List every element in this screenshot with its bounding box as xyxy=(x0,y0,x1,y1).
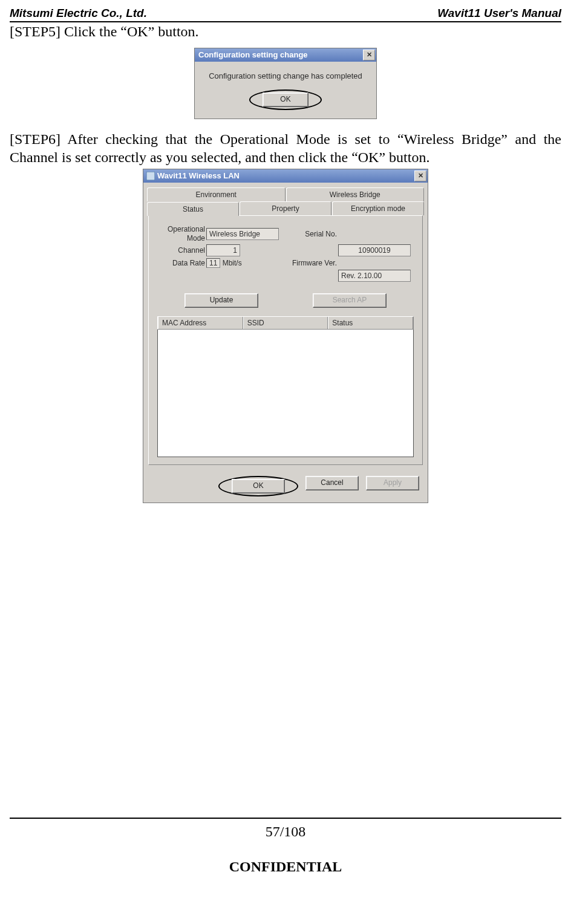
close-icon[interactable]: ✕ xyxy=(363,50,375,60)
col-status[interactable]: Status xyxy=(328,317,413,329)
dialog2-title: Wavit11 Wireless LAN xyxy=(155,171,414,181)
page-number: 57/108 xyxy=(10,822,561,841)
label-serial: Serial No. xyxy=(282,224,338,244)
dialog1-message: Configuration setting change has complet… xyxy=(201,71,370,81)
update-button[interactable]: Update xyxy=(184,293,258,308)
search-ap-button[interactable]: Search AP xyxy=(313,293,387,308)
col-ssid[interactable]: SSID xyxy=(243,317,328,329)
list-header: MAC Address SSID Status xyxy=(157,316,414,330)
header-manual: Wavit11 User's Manual xyxy=(437,6,561,21)
dialog-wireless-lan: Wavit11 Wireless LAN ✕ Environment Wirel… xyxy=(143,169,428,503)
value-datarate: 11 xyxy=(206,258,220,268)
value-serial: 10900019 xyxy=(338,244,411,256)
label-channel: Channel xyxy=(157,244,206,257)
value-channel: 1 xyxy=(206,244,240,256)
step6-text: [STEP6] After checking that the Operatio… xyxy=(10,130,561,166)
ok-button[interactable]: OK xyxy=(232,479,285,493)
highlight-oval: OK xyxy=(218,476,298,496)
step5-text: [STEP5] Click the “OK” button. xyxy=(10,22,561,41)
ap-list[interactable] xyxy=(157,330,414,457)
svg-rect-0 xyxy=(146,172,155,180)
cancel-button[interactable]: Cancel xyxy=(305,476,359,490)
dialog-config-change: Configuration setting change ✕ Configura… xyxy=(194,48,377,119)
confidential-label: CONFIDENTIAL xyxy=(10,857,561,876)
ok-button[interactable]: OK xyxy=(263,93,308,107)
tab-property[interactable]: Property xyxy=(240,201,331,215)
label-firmware: Firmware Ver. xyxy=(282,257,338,269)
unit-mbits: Mbit/s xyxy=(223,259,242,267)
value-op-mode: Wireless Bridge xyxy=(206,228,279,240)
tab-environment[interactable]: Environment xyxy=(147,187,286,201)
app-icon xyxy=(146,172,155,180)
label-datarate: Data Rate xyxy=(157,257,206,269)
dialog1-title: Configuration setting change xyxy=(196,50,363,60)
tab-status[interactable]: Status xyxy=(147,202,239,216)
header-company: Mitsumi Electric Co., Ltd. xyxy=(10,6,147,21)
apply-button[interactable]: Apply xyxy=(366,476,419,490)
label-op-mode: Operational Mode xyxy=(157,224,206,244)
tab-wireless-bridge[interactable]: Wireless Bridge xyxy=(286,187,425,201)
close-icon[interactable]: ✕ xyxy=(414,171,426,181)
value-firmware: Rev. 2.10.00 xyxy=(338,270,411,282)
tab-encryption[interactable]: Encryption mode xyxy=(332,201,424,215)
col-mac[interactable]: MAC Address xyxy=(158,317,243,329)
highlight-oval: OK xyxy=(249,89,322,110)
